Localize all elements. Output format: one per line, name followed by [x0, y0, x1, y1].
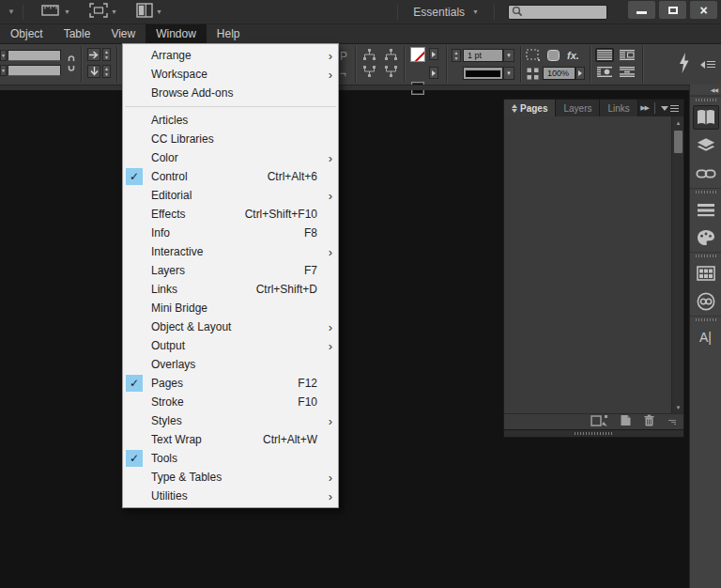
minimize-button[interactable] — [628, 1, 655, 19]
window-menu-item[interactable]: ✓ Browse Add-ons › — [123, 84, 338, 102]
y-field-stepper[interactable]: ▼ — [0, 65, 7, 76]
distribute-left-icon[interactable] — [383, 48, 399, 65]
menubar-item[interactable]: Help — [207, 24, 251, 43]
window-menu-item[interactable]: ✓ Text Wrap Ctrl+Alt+W › — [123, 430, 338, 449]
scroll-up-icon[interactable]: ▲ — [672, 116, 684, 129]
search-box[interactable] — [508, 5, 607, 20]
panel-drag-grip[interactable] — [503, 430, 684, 438]
scrollbar[interactable]: ▲ ▼ — [671, 116, 683, 413]
distribute-up-icon[interactable] — [361, 48, 377, 65]
window-menu-item[interactable]: ✓ Interactive › — [123, 242, 338, 261]
scroll-down-icon[interactable]: ▼ — [672, 401, 684, 413]
window-menu-item[interactable]: ✓ Tools › — [123, 449, 338, 468]
panel-menu-icon[interactable] — [661, 103, 679, 114]
x-field-stepper[interactable]: ▼ — [0, 50, 7, 61]
stroke-weight-dropdown[interactable]: ▼ — [503, 49, 514, 62]
cc-libraries-dock-button[interactable] — [690, 287, 721, 316]
window-menu-item[interactable]: ✓ Output › — [123, 336, 338, 355]
dock-drag-grip[interactable] — [690, 96, 721, 103]
menubar-item[interactable]: Window — [146, 24, 207, 43]
menubar-item[interactable]: Table — [54, 24, 101, 43]
app-bar-dropdown-arrow-icon[interactable]: ▼ — [4, 8, 19, 16]
link-chain-icon[interactable] — [66, 55, 77, 75]
swatches-dock-button[interactable] — [690, 259, 721, 287]
arrow-down-boxed-icon[interactable] — [87, 65, 100, 78]
panel-tab[interactable]: Layers — [556, 100, 600, 116]
close-button[interactable]: × — [690, 1, 717, 19]
window-menu-item[interactable]: ✓ Stroke F10 › — [123, 393, 338, 411]
drop-shadow-icon[interactable] — [546, 49, 560, 66]
color-dock-button[interactable] — [690, 224, 721, 252]
dock-drag-grip[interactable] — [690, 316, 721, 323]
wrap-bounding-box-icon[interactable] — [618, 48, 637, 62]
stroke-type-preview[interactable] — [463, 67, 503, 80]
new-page-icon[interactable] — [620, 413, 632, 430]
window-menu-item[interactable]: ✓ Type & Tables › — [123, 468, 338, 487]
y-position-field[interactable] — [8, 65, 61, 76]
opacity-flyout[interactable] — [575, 67, 585, 80]
window-menu-item[interactable]: ✓ Layers F7 › — [123, 261, 338, 280]
window-menu-item[interactable]: ✓ Utilities › — [123, 487, 338, 505]
panel-tab[interactable]: Links — [600, 100, 637, 116]
dock-drag-grip[interactable] — [690, 188, 721, 195]
expand-panels-button[interactable]: ◀◀ — [690, 85, 721, 96]
panel-resize-grip[interactable] — [668, 420, 676, 425]
delete-page-trash-icon[interactable] — [643, 413, 655, 430]
workspace-switcher[interactable]: Essentials ▼ — [402, 6, 490, 19]
window-menu-item[interactable]: ✓ Pages F12 › — [123, 374, 338, 393]
window-menu-item[interactable]: ✓ Styles › — [123, 411, 338, 430]
stroke-weight-field[interactable]: 1 pt — [463, 49, 503, 62]
opacity-field[interactable]: 100% — [543, 67, 575, 80]
dock-drag-grip[interactable] — [690, 252, 721, 259]
screen-mode-button[interactable]: ▼ — [84, 1, 122, 23]
stroke-dock-button[interactable] — [690, 195, 721, 224]
wrap-jump-icon[interactable] — [618, 65, 637, 79]
window-menu-item[interactable]: ✓ Control Ctrl+Alt+6 › — [123, 167, 338, 186]
scrollbar-thumb[interactable] — [674, 131, 683, 153]
quick-apply-lightning-icon[interactable] — [678, 52, 690, 78]
links-dock-button[interactable] — [690, 160, 721, 188]
character-dock-button[interactable]: A| — [690, 323, 721, 351]
maximize-button[interactable] — [659, 1, 686, 19]
menubar-item[interactable]: Object — [0, 24, 54, 43]
window-menu-item[interactable]: ✓ Articles › — [123, 111, 338, 130]
layers-dock-button[interactable] — [690, 132, 721, 160]
wrap-object-icon[interactable] — [595, 65, 614, 79]
fill-none-swatch[interactable] — [410, 47, 425, 62]
x-position-field[interactable] — [8, 50, 61, 61]
window-menu-item[interactable]: ✓ Links Ctrl+Shift+D › — [123, 280, 338, 299]
menubar-item[interactable]: View — [100, 24, 146, 43]
corner-options-icon[interactable] — [526, 49, 541, 66]
stepper[interactable]: ▲▼ — [102, 65, 111, 78]
pages-dock-button[interactable] — [690, 103, 721, 132]
window-menu-item[interactable]: ✓ Overlays › — [123, 355, 338, 374]
panel-menu-icon[interactable] — [700, 59, 715, 70]
window-menu-item[interactable]: ✓ Arrange › — [123, 46, 338, 65]
window-menu-item[interactable]: ✓ Object & Layout › — [123, 317, 338, 336]
window-menu-item[interactable]: ✓ Color › — [123, 148, 338, 167]
distribute-right-icon[interactable] — [383, 65, 399, 82]
view-options-button[interactable]: ▼ — [37, 1, 75, 23]
collapse-to-icons-icon[interactable]: ▶▶ — [640, 104, 649, 112]
scale-icon[interactable] — [527, 67, 539, 84]
panel-tab[interactable]: Pages — [504, 100, 556, 116]
window-menu-item[interactable]: ✓ Mini Bridge › — [123, 299, 338, 317]
window-menu-item[interactable]: ✓ CC Libraries › — [123, 130, 338, 148]
arrange-documents-button[interactable]: ▼ — [131, 1, 167, 23]
stroke-type-dropdown[interactable]: ▼ — [503, 67, 514, 80]
arrow-right-boxed-icon[interactable] — [87, 48, 100, 61]
window-menu-item[interactable]: ✓ Effects Ctrl+Shift+F10 › — [123, 205, 338, 224]
edit-page-size-icon[interactable] — [591, 413, 608, 430]
window-menu-item[interactable]: ✓ Info F8 › — [123, 224, 338, 242]
stroke-weight-stepper[interactable]: ▲▼ — [452, 49, 461, 62]
wrap-none-icon[interactable] — [595, 48, 614, 62]
stroke-flyout-button[interactable] — [429, 67, 438, 79]
window-menu-item[interactable]: ✓ Editorial › — [123, 186, 338, 205]
fill-flyout-button[interactable] — [429, 48, 438, 60]
divider — [654, 102, 655, 114]
effects-fx-icon[interactable]: fx. — [567, 50, 579, 61]
window-menu-item[interactable]: ✓ Workspace › — [123, 65, 338, 84]
search-input[interactable] — [523, 7, 602, 17]
distribute-down-icon[interactable] — [361, 65, 377, 82]
stepper[interactable]: ▲▼ — [102, 48, 111, 61]
